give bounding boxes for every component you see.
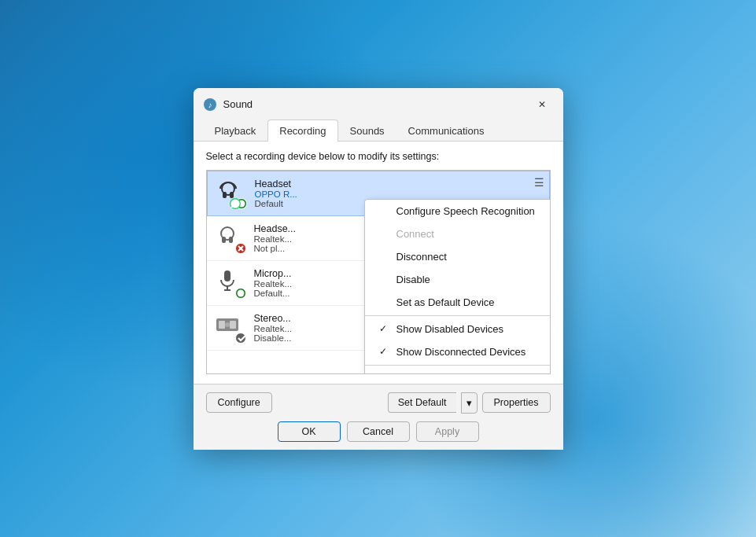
set-default-button[interactable]: Set Default xyxy=(388,392,456,413)
svg-rect-16 xyxy=(219,321,225,329)
tabs-bar: Playback Recording Sounds Communications xyxy=(194,120,563,142)
device-list[interactable]: Headset OPPO R... Default ☰ xyxy=(206,170,551,374)
title-bar: ♪ Sound ✕ xyxy=(194,88,563,120)
ctx-show-disabled[interactable]: ✓ Show Disabled Devices xyxy=(365,318,551,340)
svg-text:♪: ♪ xyxy=(208,101,212,109)
configure-button[interactable]: Configure xyxy=(206,392,272,413)
ctx-disable[interactable]: Disable xyxy=(365,268,551,291)
ctx-set-default[interactable]: Set as Default Device xyxy=(365,291,551,314)
context-menu: Configure Speech Recognition Connect Dis… xyxy=(364,199,551,374)
tab-recording[interactable]: Recording xyxy=(267,120,337,142)
device-icon-headset xyxy=(216,178,247,209)
device-sub-headset: OPPO R... xyxy=(255,189,541,199)
svg-rect-3 xyxy=(223,192,227,198)
title-buttons: ✕ xyxy=(530,96,554,113)
sound-icon: ♪ xyxy=(203,97,217,112)
device-name-headset: Headset xyxy=(255,178,541,189)
svg-rect-7 xyxy=(222,237,226,243)
ok-button[interactable]: OK xyxy=(278,421,341,442)
properties-button[interactable]: Properties xyxy=(482,392,551,413)
tab-sounds[interactable]: Sounds xyxy=(338,120,396,142)
ctx-properties[interactable]: Properties xyxy=(365,367,551,374)
ctx-disconnect[interactable]: Disconnect xyxy=(365,245,551,268)
close-button[interactable]: ✕ xyxy=(530,96,554,113)
dialog-title: Sound xyxy=(223,98,524,110)
set-default-arrow-button[interactable]: ▾ xyxy=(461,392,478,414)
ctx-connect: Connect xyxy=(365,223,551,245)
dialog-footer: OK Cancel Apply xyxy=(206,421,551,442)
status-badge-headset2 xyxy=(235,243,246,254)
svg-point-14 xyxy=(237,289,244,296)
status-badge-microphone xyxy=(235,288,246,299)
apply-button: Apply xyxy=(416,421,479,442)
tab-communications[interactable]: Communications xyxy=(396,120,496,142)
svg-point-18 xyxy=(225,322,230,327)
bottom-area: Configure Set Default ▾ Properties OK Ca… xyxy=(194,384,563,450)
instruction-text: Select a recording device below to modif… xyxy=(206,151,551,162)
ctx-configure-speech[interactable]: Configure Speech Recognition xyxy=(365,200,551,223)
list-menu-icon: ☰ xyxy=(534,176,544,189)
svg-rect-17 xyxy=(230,321,236,329)
ctx-separator-2 xyxy=(365,365,551,366)
device-icon-headset2 xyxy=(215,223,246,254)
main-content: Select a recording device below to modif… xyxy=(194,142,563,384)
svg-rect-8 xyxy=(229,237,233,243)
status-badge-stereo xyxy=(235,333,246,344)
svg-rect-11 xyxy=(224,270,230,281)
app-badge xyxy=(230,198,241,209)
ctx-show-disconnected[interactable]: ✓ Show Disconnected Devices xyxy=(365,340,551,363)
action-buttons-row: Configure Set Default ▾ Properties xyxy=(206,392,551,414)
cancel-button[interactable]: Cancel xyxy=(347,421,410,442)
device-icon-stereo xyxy=(215,312,246,344)
tab-playback[interactable]: Playback xyxy=(203,120,268,142)
ctx-separator-1 xyxy=(365,315,551,316)
device-icon-microphone xyxy=(215,267,246,299)
sound-dialog: ♪ Sound ✕ Playback Recording Sounds Comm… xyxy=(194,88,563,450)
